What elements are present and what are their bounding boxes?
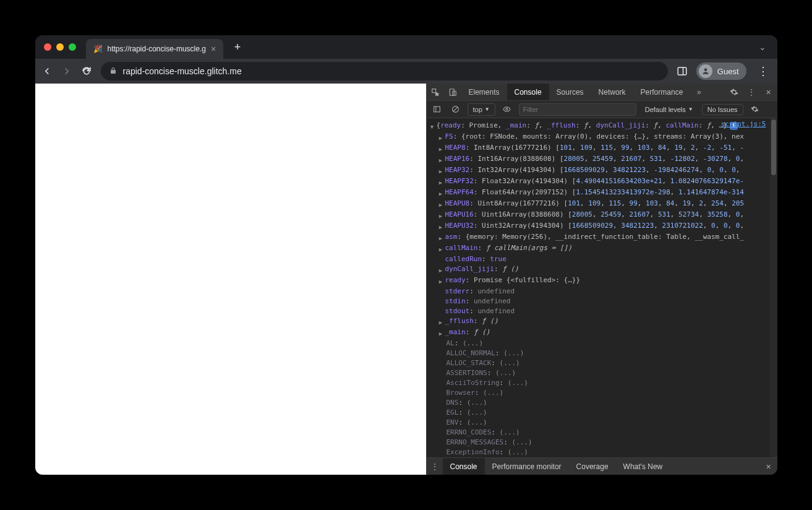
drawer-tab-console[interactable]: Console — [443, 458, 485, 475]
object-property-getter[interactable]: ERRNO_CODES: (...) — [429, 428, 772, 438]
svg-rect-4 — [450, 89, 454, 95]
object-property[interactable]: ▶HEAP32: Int32Array(4194304) [1668509029… — [429, 165, 772, 176]
settings-icon[interactable] — [725, 84, 743, 100]
object-property-getter[interactable]: ExceptionInfo: (...) — [429, 447, 772, 457]
source-link[interactable]: script.js:5 — [721, 119, 766, 129]
expand-caret-icon[interactable]: ▶ — [438, 189, 444, 199]
console-settings-icon[interactable] — [748, 103, 762, 116]
favicon-icon: 🎉 — [93, 45, 103, 53]
drawer-tab-performance-monitor[interactable]: Performance monitor — [485, 458, 569, 475]
object-property[interactable]: ▶callMain: ƒ callMain(args = []) — [429, 243, 772, 254]
object-property[interactable]: ▶HEAP16: Int16Array(8388608) [28005, 254… — [429, 154, 772, 165]
svg-rect-3 — [432, 89, 435, 92]
tab-performance[interactable]: Performance — [633, 84, 691, 100]
profile-chip[interactable]: Guest — [696, 63, 746, 80]
object-property[interactable]: ▶HEAPF64: Float64Array(2097152) [1.15454… — [429, 188, 772, 199]
log-levels-selector[interactable]: Default levels ▼ — [641, 106, 697, 113]
maximize-window-icon[interactable] — [69, 43, 76, 51]
context-selector[interactable]: top ▼ — [468, 103, 495, 116]
object-property-getter[interactable]: AL: (...) — [429, 339, 772, 348]
object-property-getter[interactable]: ALLOC_NORMAL: (...) — [429, 348, 772, 358]
tab-bar: 🎉 https://rapid-concise-muscle.g × + ⌄ — [35, 35, 777, 59]
expand-caret-icon[interactable]: ▶ — [438, 133, 444, 143]
page-viewport[interactable] — [35, 84, 426, 475]
tab-search-icon[interactable]: ⌄ — [759, 42, 766, 52]
close-tab-icon[interactable]: × — [211, 44, 216, 54]
expand-caret-icon[interactable]: ▶ — [438, 200, 444, 210]
devtools-menu-icon[interactable]: ⋮ — [743, 84, 760, 100]
object-property-getter[interactable]: ENV: (...) — [429, 418, 772, 428]
object-property[interactable]: ▶HEAP8: Int8Array(16777216) [101, 109, 1… — [429, 143, 772, 154]
object-property[interactable]: stderr: undefined — [429, 287, 772, 296]
side-panel-icon[interactable] — [677, 66, 688, 77]
expand-caret-icon[interactable]: ▶ — [438, 329, 444, 339]
object-property[interactable]: ▶_main: ƒ () — [429, 327, 772, 339]
tab-network[interactable]: Network — [591, 84, 633, 100]
forward-button[interactable] — [61, 66, 72, 77]
drawer-close-icon[interactable]: × — [760, 458, 777, 475]
object-property[interactable]: calledRun: true — [429, 254, 772, 264]
browser-tab[interactable]: 🎉 https://rapid-concise-muscle.g × — [86, 39, 224, 59]
device-toolbar-icon[interactable] — [444, 84, 461, 100]
object-property[interactable]: ▶ready: Promise {<fulfilled>: {…}} — [429, 275, 772, 287]
expand-caret-icon[interactable]: ▶ — [438, 144, 444, 154]
svg-point-10 — [506, 108, 508, 110]
object-property[interactable]: stdout: undefined — [429, 306, 772, 316]
browser-menu-icon[interactable]: ⋮ — [755, 64, 771, 78]
browser-toolbar: rapid-concise-muscle.glitch.me Guest ⋮ — [35, 59, 777, 84]
object-property[interactable]: ▶FS: {root: FSNode, mounts: Array(0), de… — [429, 132, 772, 143]
expand-caret-icon[interactable]: ▶ — [438, 155, 444, 165]
drawer-tab-whats-new[interactable]: What's New — [616, 458, 670, 475]
object-property[interactable]: ▶HEAPU8: Uint8Array(16777216) [101, 109,… — [429, 199, 772, 210]
inspect-element-icon[interactable] — [427, 84, 444, 100]
expand-caret-icon[interactable]: ▶ — [438, 222, 444, 232]
object-property-getter[interactable]: EGL: (...) — [429, 408, 772, 418]
devtools-close-icon[interactable]: × — [760, 84, 777, 100]
reload-button[interactable] — [81, 66, 92, 77]
expand-caret-icon[interactable]: ▶ — [438, 266, 444, 275]
object-property[interactable]: ▶HEAPU32: Uint32Array(4194304) [16685090… — [429, 221, 772, 232]
expand-caret-icon[interactable]: ▶ — [438, 318, 444, 327]
close-window-icon[interactable] — [44, 43, 51, 51]
devtools-tabs: Elements Console Sources Network Perform… — [427, 84, 777, 101]
expand-caret-icon[interactable]: ▶ — [438, 233, 444, 243]
object-property[interactable]: stdin: undefined — [429, 296, 772, 306]
expand-caret-icon[interactable]: ▶ — [438, 244, 444, 254]
tab-elements[interactable]: Elements — [461, 84, 507, 100]
object-property[interactable]: ▶HEAPF32: Float32Array(4194304) [4.49044… — [429, 176, 772, 188]
console-output[interactable]: script.js:5 ▼{ready: Promise, _main: ƒ, … — [427, 118, 777, 457]
tab-console[interactable]: Console — [507, 84, 549, 100]
object-property-getter[interactable]: ASSERTIONS: (...) — [429, 368, 772, 378]
console-toolbar: top ▼ Default levels ▼ No Issues — [427, 101, 777, 118]
object-property-getter[interactable]: AsciiToString: (...) — [429, 378, 772, 388]
object-property[interactable]: ▶HEAPU16: Uint16Array(8388608) [28005, 2… — [429, 210, 772, 221]
back-button[interactable] — [41, 66, 53, 77]
object-property-getter[interactable]: ALLOC_STACK: (...) — [429, 358, 772, 368]
drawer-tab-coverage[interactable]: Coverage — [569, 458, 616, 475]
minimize-window-icon[interactable] — [56, 43, 64, 51]
new-tab-button[interactable]: + — [229, 39, 246, 55]
tab-sources[interactable]: Sources — [549, 84, 591, 100]
more-tabs-icon[interactable]: » — [690, 84, 707, 100]
expand-caret-icon[interactable]: ▶ — [438, 211, 444, 221]
drawer-menu-icon[interactable]: ⋮ — [427, 458, 443, 475]
address-bar[interactable]: rapid-concise-muscle.glitch.me — [101, 62, 668, 80]
tab-title: https://rapid-concise-muscle.g — [108, 45, 206, 53]
object-property-getter[interactable]: DNS: (...) — [429, 398, 772, 408]
expand-caret-icon[interactable]: ▶ — [438, 277, 444, 287]
expand-caret-icon[interactable]: ▶ — [438, 166, 444, 176]
expand-caret-icon[interactable]: ▶ — [438, 178, 444, 188]
object-property-getter[interactable]: Browser: (...) — [429, 388, 772, 398]
object-property[interactable]: ▶dynCall_jiji: ƒ () — [429, 264, 772, 275]
context-label: top — [473, 106, 482, 113]
object-property[interactable]: ▶asm: {memory: Memory(256), __indirect_f… — [429, 232, 772, 243]
object-property-getter[interactable]: ERRNO_MESSAGES: (...) — [429, 438, 772, 447]
url-text: rapid-concise-muscle.glitch.me — [123, 66, 242, 76]
live-expression-icon[interactable] — [500, 103, 514, 116]
issues-button[interactable]: No Issues — [702, 104, 743, 115]
clear-console-icon[interactable] — [449, 103, 463, 116]
object-property[interactable]: ▶_fflush: ƒ () — [429, 316, 772, 327]
console-sidebar-toggle-icon[interactable] — [430, 103, 444, 116]
filter-input[interactable] — [519, 103, 636, 116]
expand-caret-icon[interactable]: ▼ — [429, 122, 435, 132]
